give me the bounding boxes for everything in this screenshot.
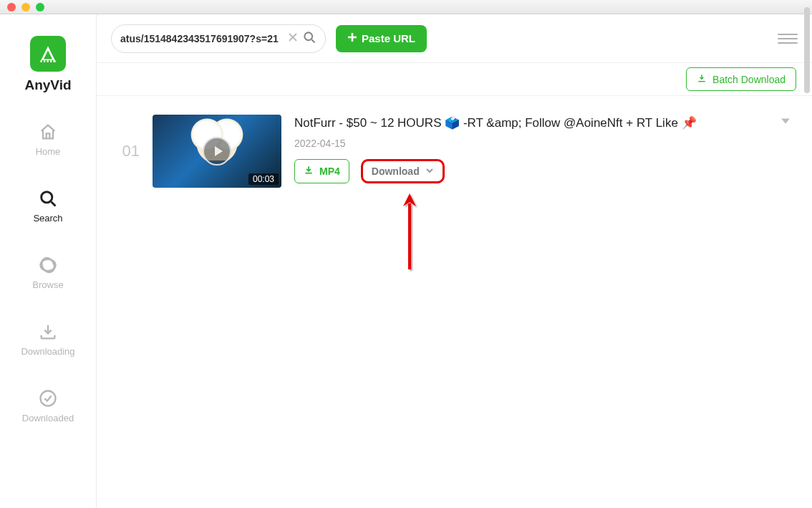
sidebar-item-label: Home xyxy=(36,146,61,157)
svg-rect-3 xyxy=(49,60,50,62)
result-row: 01 00:03 NotFurr - $50 ~ 12 HOURS 🗳️ -RT… xyxy=(118,115,791,188)
search-icon[interactable] xyxy=(302,30,316,47)
downloading-icon xyxy=(38,322,58,342)
video-duration: 00:03 xyxy=(248,173,279,185)
sidebar: AnyVid Home Search xyxy=(0,14,97,508)
batch-download-label: Batch Download xyxy=(712,74,786,85)
svg-point-9 xyxy=(304,32,312,40)
plus-icon xyxy=(347,32,357,44)
annotation-arrow-icon xyxy=(399,189,420,275)
app-logo xyxy=(30,36,66,72)
toolstrip: Batch Download xyxy=(97,63,812,96)
sidebar-item-browse[interactable]: Browse xyxy=(32,255,63,290)
scrollbar[interactable] xyxy=(803,0,811,508)
downloaded-icon xyxy=(38,388,58,408)
result-thumbnail[interactable]: 00:03 xyxy=(153,115,281,188)
paste-url-label: Paste URL xyxy=(362,32,415,44)
main-panel: Paste URL Batch Download 01 xyxy=(97,14,812,508)
search-input[interactable] xyxy=(120,33,284,44)
chevron-down-icon xyxy=(425,166,434,177)
result-index: 01 xyxy=(118,142,140,160)
paste-url-button[interactable]: Paste URL xyxy=(336,25,427,52)
results-list: 01 00:03 NotFurr - $50 ~ 12 HOURS 🗳️ -RT… xyxy=(97,96,812,508)
sidebar-item-label: Search xyxy=(33,213,62,224)
window-titlebar xyxy=(0,0,812,14)
app-logo-icon xyxy=(37,43,59,64)
download-icon xyxy=(697,73,707,85)
svg-point-7 xyxy=(39,256,57,274)
svg-rect-1 xyxy=(42,60,44,62)
clear-search-icon[interactable] xyxy=(288,32,298,45)
result-title: NotFurr - $50 ~ 12 HOURS 🗳️ -RT &amp; Fo… xyxy=(294,115,773,132)
download-dropdown-button[interactable]: Download xyxy=(361,159,445,183)
sidebar-item-search[interactable]: Search xyxy=(33,188,62,224)
collapse-caret-icon[interactable] xyxy=(780,116,791,129)
search-icon xyxy=(38,188,58,209)
sidebar-item-label: Browse xyxy=(32,279,63,290)
download-label: Download xyxy=(372,166,420,177)
toolbar: Paste URL xyxy=(97,14,812,63)
close-window-icon[interactable] xyxy=(7,3,16,11)
minimize-window-icon[interactable] xyxy=(21,3,30,11)
maximize-window-icon[interactable] xyxy=(36,3,44,11)
sidebar-item-downloaded[interactable]: Downloaded xyxy=(22,388,74,423)
mp4-download-button[interactable]: MP4 xyxy=(294,159,349,183)
search-box[interactable] xyxy=(111,24,326,53)
hamburger-icon xyxy=(778,34,798,35)
home-icon xyxy=(38,122,58,142)
download-icon xyxy=(304,165,314,177)
browse-icon xyxy=(38,255,58,275)
sidebar-item-downloading[interactable]: Downloading xyxy=(21,322,74,357)
svg-point-8 xyxy=(41,391,56,406)
batch-download-button[interactable]: Batch Download xyxy=(686,67,796,91)
app-name: AnyVid xyxy=(24,77,71,93)
play-icon xyxy=(203,137,231,166)
mp4-label: MP4 xyxy=(319,166,340,177)
svg-point-5 xyxy=(42,192,52,203)
sidebar-item-label: Downloaded xyxy=(22,413,74,423)
result-date: 2022-04-15 xyxy=(294,138,773,149)
scrollbar-thumb[interactable] xyxy=(804,7,810,93)
sidebar-item-label: Downloading xyxy=(21,346,74,357)
hamburger-menu-button[interactable] xyxy=(778,29,798,49)
svg-rect-4 xyxy=(52,60,53,62)
sidebar-item-home[interactable]: Home xyxy=(36,122,61,157)
svg-rect-2 xyxy=(45,60,47,62)
